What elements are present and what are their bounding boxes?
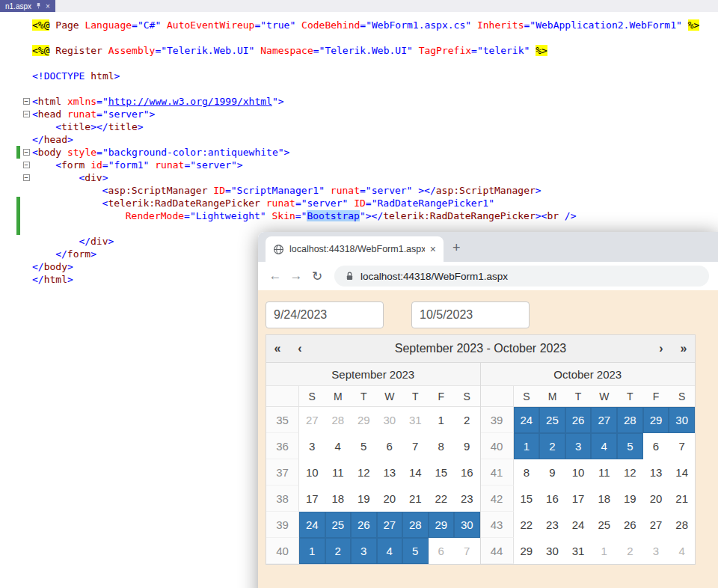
tab-close-icon[interactable]: × [430, 243, 436, 255]
day-cell[interactable]: 3 [351, 538, 377, 564]
day-cell[interactable]: 26 [565, 407, 592, 433]
day-cell[interactable]: 25 [325, 512, 352, 538]
day-cell[interactable]: 24 [299, 512, 325, 538]
fold-collapse-icon[interactable]: − [23, 98, 30, 105]
day-cell[interactable]: 3 [643, 538, 669, 564]
day-cell[interactable]: 25 [591, 512, 617, 538]
start-date-input[interactable] [266, 301, 384, 328]
day-cell[interactable]: 28 [325, 407, 352, 433]
next-icon[interactable]: › [650, 342, 672, 355]
day-cell[interactable]: 22 [429, 486, 455, 512]
day-cell[interactable]: 15 [429, 459, 455, 486]
day-cell[interactable]: 17 [299, 486, 325, 512]
day-cell[interactable]: 14 [669, 459, 695, 486]
editor-tab[interactable]: n1.aspx × [0, 0, 55, 12]
day-cell[interactable]: 11 [591, 459, 617, 486]
day-cell[interactable]: 9 [539, 459, 565, 486]
day-cell[interactable]: 9 [454, 433, 480, 459]
day-cell[interactable]: 23 [539, 512, 565, 538]
tab-close-icon[interactable]: × [46, 2, 50, 10]
day-cell[interactable]: 7 [669, 433, 695, 459]
day-cell[interactable]: 10 [565, 459, 592, 486]
day-cell[interactable]: 31 [402, 407, 429, 433]
day-cell[interactable]: 16 [454, 459, 480, 486]
day-cell[interactable]: 2 [454, 407, 480, 433]
prev-icon[interactable]: ‹ [289, 342, 311, 355]
day-cell[interactable]: 1 [591, 538, 617, 564]
day-cell[interactable]: 1 [299, 538, 325, 564]
day-cell[interactable]: 23 [454, 486, 480, 512]
forward-icon[interactable]: → [288, 269, 304, 284]
day-cell[interactable]: 12 [617, 459, 643, 486]
day-cell[interactable]: 5 [351, 433, 377, 459]
day-cell[interactable]: 4 [325, 433, 352, 459]
day-cell[interactable]: 10 [299, 459, 325, 486]
day-cell[interactable]: 27 [591, 407, 617, 433]
day-cell[interactable]: 6 [377, 433, 403, 459]
pin-icon[interactable] [35, 2, 42, 10]
address-bar[interactable]: localhost:44318/WebForm1.aspx [334, 266, 709, 287]
day-cell[interactable]: 2 [539, 433, 565, 459]
fold-collapse-icon[interactable]: − [23, 149, 30, 156]
day-cell[interactable]: 13 [643, 459, 669, 486]
day-cell[interactable]: 30 [539, 538, 565, 564]
fold-collapse-icon[interactable]: − [23, 162, 30, 168]
day-cell[interactable]: 14 [402, 459, 429, 486]
day-cell[interactable]: 15 [514, 486, 540, 512]
fold-collapse-icon[interactable]: − [23, 174, 30, 181]
reload-icon[interactable]: ↻ [309, 269, 325, 284]
day-cell[interactable]: 28 [617, 407, 643, 433]
day-cell[interactable]: 1 [514, 433, 540, 459]
day-cell[interactable]: 1 [429, 407, 455, 433]
day-cell[interactable]: 30 [669, 407, 695, 433]
day-cell[interactable]: 22 [514, 512, 540, 538]
day-cell[interactable]: 24 [514, 407, 540, 433]
end-date-input[interactable] [411, 301, 530, 328]
day-cell[interactable]: 21 [669, 486, 695, 512]
fold-collapse-icon[interactable]: − [23, 111, 30, 117]
day-cell[interactable]: 5 [617, 433, 643, 459]
day-cell[interactable]: 13 [377, 459, 403, 486]
new-tab-button[interactable]: + [452, 240, 461, 256]
fast-prev-icon[interactable]: « [266, 342, 289, 355]
day-cell[interactable]: 12 [351, 459, 377, 486]
day-cell[interactable]: 2 [617, 538, 643, 564]
day-cell[interactable]: 18 [591, 486, 617, 512]
day-cell[interactable]: 25 [539, 407, 565, 433]
back-icon[interactable]: ← [267, 269, 283, 284]
day-cell[interactable]: 7 [402, 433, 429, 459]
day-cell[interactable]: 24 [565, 512, 592, 538]
day-cell[interactable]: 29 [514, 538, 540, 564]
day-cell[interactable]: 29 [643, 407, 669, 433]
day-cell[interactable]: 18 [325, 486, 352, 512]
day-cell[interactable]: 7 [454, 538, 480, 564]
day-cell[interactable]: 17 [565, 486, 592, 512]
day-cell[interactable]: 8 [429, 433, 455, 459]
day-cell[interactable]: 28 [402, 512, 429, 538]
day-cell[interactable]: 19 [351, 486, 377, 512]
day-cell[interactable]: 28 [669, 512, 695, 538]
day-cell[interactable]: 26 [617, 512, 643, 538]
day-cell[interactable]: 26 [351, 512, 377, 538]
day-cell[interactable]: 29 [429, 512, 455, 538]
day-cell[interactable]: 29 [351, 407, 377, 433]
day-cell[interactable]: 4 [377, 538, 403, 564]
day-cell[interactable]: 27 [377, 512, 403, 538]
day-cell[interactable]: 11 [325, 459, 352, 486]
day-cell[interactable]: 3 [299, 433, 325, 459]
day-cell[interactable]: 5 [402, 538, 429, 564]
day-cell[interactable]: 8 [514, 459, 540, 486]
fast-next-icon[interactable]: » [672, 342, 695, 355]
day-cell[interactable]: 16 [539, 486, 565, 512]
day-cell[interactable]: 20 [377, 486, 403, 512]
day-cell[interactable]: 3 [565, 433, 592, 459]
day-cell[interactable]: 30 [454, 512, 480, 538]
day-cell[interactable]: 2 [325, 538, 352, 564]
day-cell[interactable]: 4 [669, 538, 695, 564]
browser-tab[interactable]: localhost:44318/WebForm1.aspx × [266, 236, 444, 262]
day-cell[interactable]: 31 [565, 538, 592, 564]
day-cell[interactable]: 30 [377, 407, 403, 433]
day-cell[interactable]: 4 [591, 433, 617, 459]
day-cell[interactable]: 20 [643, 486, 669, 512]
day-cell[interactable]: 19 [617, 486, 643, 512]
